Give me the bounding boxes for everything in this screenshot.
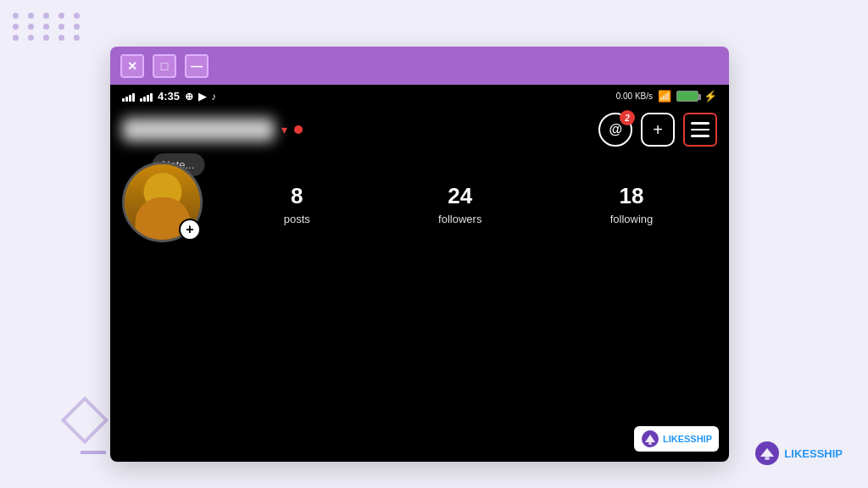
wifi-icon: 📶 <box>658 90 671 103</box>
add-story-button[interactable]: + <box>179 219 201 241</box>
browser-window: ✕ □ — 4:35 <box>110 47 729 462</box>
threads-button[interactable]: @ 2 <box>598 113 632 147</box>
data-speed: 0.00 KB/s <box>616 92 653 101</box>
status-bar: 4:35 ⊕ ▶ ♪ 0.00 KB/s 📶 ⚡ <box>110 85 729 106</box>
watermark-text: LIKESSHIP <box>663 434 712 444</box>
maximize-button[interactable]: □ <box>153 54 176 78</box>
battery-fill <box>678 92 691 100</box>
status-right: 0.00 KB/s 📶 ⚡ <box>616 90 717 103</box>
posts-count: 8 <box>291 183 303 209</box>
watermark-ship-icon <box>641 430 659 448</box>
posts-stat[interactable]: 8 posts <box>284 183 310 225</box>
following-label: following <box>610 213 654 225</box>
menu-line-3 <box>691 135 709 137</box>
svg-rect-1 <box>765 457 770 460</box>
dropdown-arrow-icon[interactable]: ▾ <box>281 123 287 136</box>
nav-right: @ 2 + <box>598 113 717 147</box>
threads-badge: 2 <box>620 110 635 125</box>
menu-line-2 <box>691 129 709 131</box>
followers-count: 24 <box>448 183 472 209</box>
decorative-shape-line <box>81 451 106 454</box>
brand-text: LIKESSHIP <box>784 447 843 460</box>
plus-icon: + <box>653 120 663 140</box>
live-indicator-dot <box>294 125 303 134</box>
brand-logo: LIKESSHIP <box>754 440 843 467</box>
username-blurred <box>122 118 275 141</box>
decorative-dots <box>13 13 84 41</box>
battery-indicator <box>676 91 698 102</box>
title-bar: ✕ □ — <box>110 47 729 85</box>
menu-line-1 <box>691 122 709 125</box>
followers-label: followers <box>438 213 481 225</box>
signal-bars-2 <box>140 92 153 102</box>
menu-button[interactable] <box>683 113 717 147</box>
nav-bar: ▾ @ 2 + <box>110 106 729 153</box>
youtube-icon: ▶ <box>198 91 206 103</box>
status-left: 4:35 ⊕ ▶ ♪ <box>122 90 216 103</box>
nav-left: ▾ <box>122 118 303 141</box>
messenger-icon: ⊕ <box>185 91 193 103</box>
stats-container: 8 posts 24 followers 18 following <box>220 162 717 225</box>
signal-bars-1 <box>122 92 135 102</box>
close-button[interactable]: ✕ <box>120 54 144 78</box>
following-count: 18 <box>620 183 644 209</box>
phone-screen: 4:35 ⊕ ▶ ♪ 0.00 KB/s 📶 ⚡ <box>110 85 729 462</box>
following-stat[interactable]: 18 following <box>610 183 654 225</box>
threads-icon: @ <box>609 122 622 137</box>
watermark: LIKESSHIP <box>634 426 719 452</box>
time-display: 4:35 <box>158 90 180 103</box>
avatar-container: Note... + <box>122 162 203 242</box>
battery-tip <box>698 94 701 100</box>
new-post-button[interactable]: + <box>641 113 675 147</box>
minimize-button[interactable]: — <box>185 54 209 78</box>
followers-stat[interactable]: 24 followers <box>438 183 481 225</box>
ship-icon <box>754 440 781 467</box>
posts-label: posts <box>284 213 310 225</box>
svg-rect-3 <box>648 442 652 445</box>
profile-section: Note... + 8 posts 24 followers <box>110 153 729 251</box>
charging-icon: ⚡ <box>704 90 717 103</box>
decorative-shape-diamond <box>61 396 109 445</box>
tiktok-icon: ♪ <box>211 91 216 103</box>
